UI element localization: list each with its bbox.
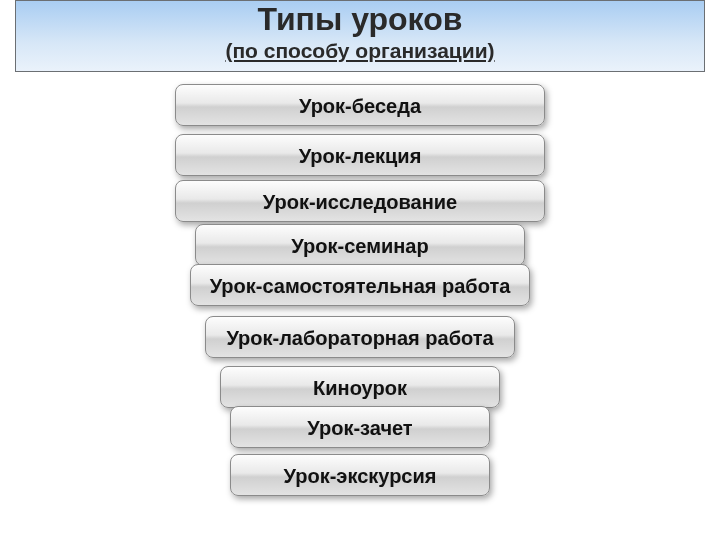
- lesson-type-item: Урок-лекция: [175, 134, 545, 176]
- lesson-type-item: Урок-беседа: [175, 84, 545, 126]
- lesson-type-item: Киноурок: [220, 366, 500, 408]
- slide-title: Типы уроков: [16, 3, 704, 37]
- slide-subtitle: (по способу организации): [16, 39, 704, 63]
- lesson-type-item: Урок-семинар: [195, 224, 525, 266]
- header-panel: Типы уроков (по способу организации): [15, 0, 705, 72]
- lesson-type-item: Урок-зачет: [230, 406, 490, 448]
- lesson-type-stack: Урок-беседа Урок-лекция Урок-исследовани…: [0, 72, 720, 540]
- lesson-type-item: Урок-самостоятельная работа: [190, 264, 530, 306]
- lesson-type-item: Урок-лабораторная работа: [205, 316, 515, 358]
- lesson-type-item: Урок-исследование: [175, 180, 545, 222]
- lesson-type-item: Урок-экскурсия: [230, 454, 490, 496]
